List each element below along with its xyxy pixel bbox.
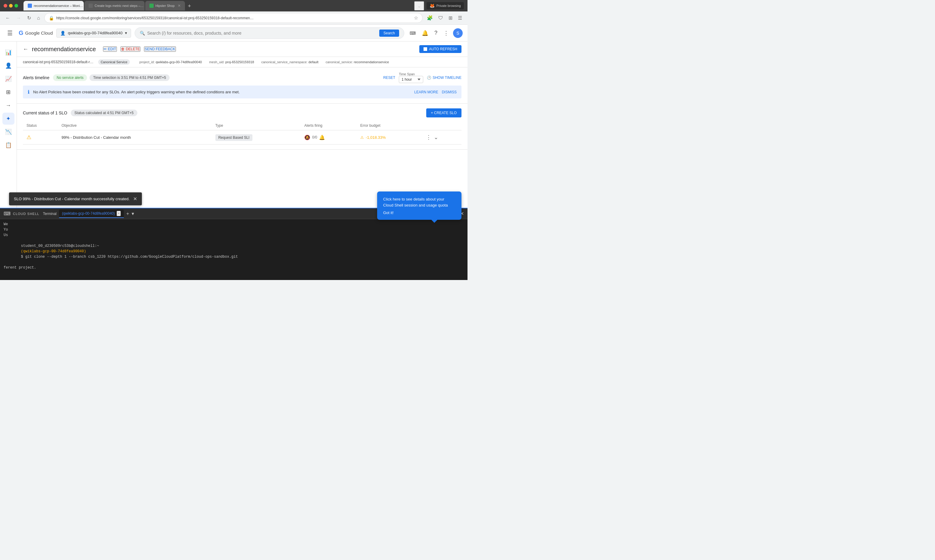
delete-icon: 🗑 [121,47,125,51]
project-dropdown-icon: ▾ [125,31,127,35]
feedback-button[interactable]: SEND FEEDBACK [144,46,176,52]
alerts-timeline-row: Alerts timeline No service alerts Time s… [23,72,462,83]
sidebar-item-logs[interactable]: 📋 [2,139,14,151]
shell-tab-close-button[interactable]: ✕ [117,211,121,216]
sidebar-item-dashboard[interactable]: 👤 [2,60,14,72]
tab-list-button[interactable]: ⌄ [414,1,424,11]
terminal-project-highlight: (qwiklabs-gcp-00-74d8fea90040) [21,249,86,254]
project-label: qwiklabs-gcp-00-74d8fea90040 [68,31,122,35]
toast-close-button[interactable]: ✕ [133,196,137,202]
private-label: Private browsing [436,4,461,8]
private-icon: 🦊 [430,3,435,8]
dismiss-button[interactable]: DISMISS [442,90,457,94]
sidebar-item-trace[interactable]: → [2,99,14,111]
sidebar-item-monitoring[interactable]: 📊 [2,46,14,58]
row1-error-budget: ⚠ -1,018.33% [357,130,422,145]
learn-more-button[interactable]: LEARN MORE [414,90,438,94]
sidebar-item-services[interactable]: ✦ [2,112,14,125]
cloud-shell-tab[interactable]: (qwiklabs-gcp-00-74d8fea90040) ✕ [59,209,124,218]
col-status: Status [23,121,58,130]
more-options-button[interactable]: ⋮ [442,28,451,38]
tab-3-label: Hipster Shop [156,4,175,8]
menu-button[interactable]: ☰ [456,14,464,22]
row1-actions: ⋮ ⌄ [422,130,462,145]
alerts-count: 0/0 [312,135,317,139]
avatar[interactable]: S [453,28,463,38]
chart-icon: 📉 [5,129,12,135]
timeline-controls: RESET Time Span 1 hour 6 hours 12 hours … [383,72,462,83]
slo-header-row: Current status of 1 SLO Status calculate… [23,108,462,117]
cloud-shell-tooltip: Click here to see details about your Clo… [377,191,462,220]
canonical-chip-value: Canonical Service [98,59,130,65]
objective-text: 99% - Distribution Cut - Calendar month [62,135,131,140]
show-timeline-button[interactable]: 🕐 SHOW TIMELINE [427,75,462,80]
header-right: ⌨ 🔔 ? ⋮ S [408,28,463,38]
tab-3-close[interactable]: ✕ [178,4,181,8]
cloud-shell-header-button[interactable]: ⌨ [408,29,417,37]
tab-2-favicon [89,4,93,8]
tab-1[interactable]: recommendationservice – Moni… ✕ [23,1,84,11]
delete-button[interactable]: 🗑 DELETE [120,46,141,52]
shell-dropdown-button[interactable]: ▾ [132,211,134,217]
reload-button[interactable]: ↻ [25,14,33,22]
terminal-prompt: student_00_d230509rc53b@cloudshell:~ [21,244,101,248]
delete-label: DELETE [126,47,140,51]
col-error-budget: Error budget [357,121,422,130]
back-browser-button[interactable]: ← [4,14,12,22]
back-service-button[interactable]: ← [23,46,28,52]
create-slo-button[interactable]: + CREATE SLO [426,108,462,117]
downloads-button[interactable]: 🛡 [436,14,445,22]
new-tab-button[interactable]: + [186,2,194,11]
sidebar-item-chart[interactable]: 📉 [2,126,14,138]
dashboard-icon: 👤 [5,62,12,69]
sidebar-item-metrics[interactable]: 📈 [2,73,14,85]
error-budget-warning-icon: ⚠ [360,135,364,140]
forward-browser-button[interactable]: → [14,14,23,22]
cloud-shell-label: CLOUD SHELL [13,212,39,215]
time-selection-chip: Time selection is 3:51 PM to 4:51 PM GMT… [89,74,169,81]
row1-objective: 99% - Distribution Cut - Calendar month [58,130,211,145]
error-budget-value: -1,018.33% [366,135,386,140]
hamburger-button[interactable]: ☰ [5,27,15,39]
url-text: https://console.cloud.google.com/monitor… [56,16,411,20]
time-span-select[interactable]: 1 hour 6 hours 12 hours 1 day 3 days 7 d… [399,76,423,83]
shell-add-tab-button[interactable]: + [126,211,129,217]
tooltip-arrow [431,220,437,223]
canonical-service-chip: Canonical Service [98,59,130,65]
project-selector[interactable]: 👤 qwiklabs-gcp-00-74d8fea90040 ▾ [56,29,131,38]
time-span-group: Time Span 1 hour 6 hours 12 hours 1 day … [399,72,423,83]
tab-3[interactable]: Hipster Shop ✕ [145,1,185,11]
browser-chrome: recommendationservice – Moni… ✕ Create l… [0,0,467,280]
tooltip-text: Click here to see details about your Clo… [383,197,448,208]
search-button[interactable]: Search [379,29,399,37]
alerts-muted-icon: 🔕 [304,135,310,140]
monitoring-overview-icon: 📊 [5,49,12,56]
service-info-row: canonical-ist:proj-653250159318-default-… [17,57,467,68]
slo-section: Current status of 1 SLO Status calculate… [17,103,467,150]
url-bar[interactable]: 🔒 https://console.cloud.google.com/monit… [44,13,423,23]
service-meta-items: project_id: qwiklabs-gcp-00-74d8fea90040… [139,60,389,64]
bookmark-button[interactable]: ☆ [414,15,418,21]
search-input[interactable] [147,31,377,35]
slo-table-row-1: ⚠ 99% - Distribution Cut - Calendar mont… [23,130,462,145]
help-button[interactable]: ? [433,28,439,38]
sidebar-item-table[interactable]: ⊞ [2,86,14,98]
mesh-uid-meta: mesh_uid: proj-653250159318 [209,60,254,64]
got-it-button[interactable]: Got it! [383,211,394,215]
sync-button[interactable]: ⊞ [447,14,454,22]
row-expand-button[interactable]: ⌄ [434,134,438,141]
auto-refresh-button[interactable]: AUTO REFRESH [419,45,462,53]
row-more-button[interactable]: ⋮ [426,134,431,141]
info-icon: ℹ [28,89,29,95]
home-button[interactable]: ⌂ [35,14,42,22]
notifications-button[interactable]: 🔔 [420,28,430,38]
extensions-button[interactable]: 🧩 [425,14,435,22]
tab-2[interactable]: Create logs metric next steps –… ✕ [84,1,145,11]
reset-button[interactable]: RESET [383,75,395,80]
traffic-light-yellow[interactable] [9,4,13,8]
metrics-icon: 📈 [5,75,12,82]
edit-button[interactable]: ✏ EDIT [103,46,117,52]
alerts-timeline-title: Alerts timeline [23,75,49,80]
traffic-light-red[interactable] [4,4,7,8]
traffic-light-green[interactable] [14,4,18,8]
